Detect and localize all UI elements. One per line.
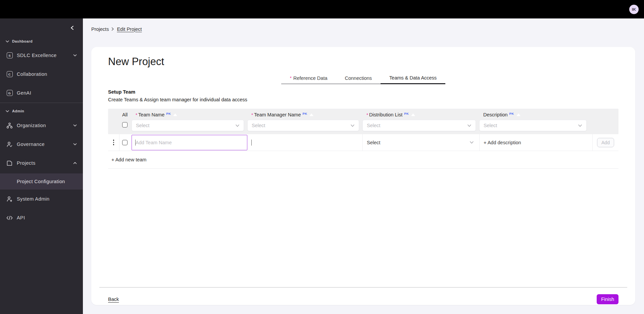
primary-key-badge: PK	[302, 112, 307, 115]
back-link[interactable]: Back	[108, 297, 119, 302]
page-title: New Project	[108, 55, 618, 68]
breadcrumb-projects-link[interactable]: Projects	[91, 27, 109, 32]
team-name-filter-select[interactable]: Select	[132, 120, 244, 131]
chevron-down-icon	[73, 143, 77, 146]
setup-team-subheading: Create Teams & Assign team manager for i…	[108, 97, 618, 102]
sort-ascending-icon[interactable]	[309, 113, 313, 116]
sidebar-section-label: Admin	[12, 109, 24, 113]
sidebar-item-label: Projects	[17, 160, 73, 166]
tab-connections[interactable]: Connections	[336, 75, 381, 84]
chevron-down-icon	[6, 40, 9, 43]
chevron-down-icon	[469, 141, 474, 144]
description-cell: + Add description	[479, 134, 593, 151]
description-filter-select[interactable]: Select	[479, 120, 587, 131]
tab-teams-data-access[interactable]: Teams & Data Access	[381, 75, 445, 84]
breadcrumb-separator-icon	[111, 27, 114, 31]
folder-icon	[6, 160, 13, 166]
primary-key-badge: PK	[509, 112, 514, 115]
add-description-link[interactable]: + Add description	[480, 140, 521, 145]
org-chart-icon	[6, 122, 13, 129]
sidebar-section-admin[interactable]: Admin	[0, 109, 83, 113]
sidebar-item-label: Collaboration	[17, 71, 77, 77]
sidebar-item-label: Governance	[17, 142, 73, 147]
select-all-checkbox[interactable]	[122, 122, 128, 127]
sidebar-item-governance[interactable]: Governance	[0, 135, 83, 154]
top-bar: IK	[0, 0, 644, 18]
sort-ascending-icon[interactable]	[411, 113, 415, 116]
user-gear-icon	[6, 196, 13, 202]
column-header-distribution-list: * Distribution List PK	[362, 111, 479, 119]
add-button[interactable]: Add	[597, 138, 614, 147]
kebab-menu-icon	[113, 140, 114, 145]
finish-button[interactable]: Finish	[597, 294, 618, 304]
chevron-down-icon	[350, 124, 355, 127]
sidebar-item-organization[interactable]: Organization	[0, 116, 83, 135]
sidebar-divider	[0, 103, 83, 103]
required-marker: *	[290, 75, 292, 81]
chevron-down-icon	[73, 124, 77, 127]
chevron-down-icon	[235, 124, 240, 127]
team-row: Add Team Name Select	[108, 134, 618, 151]
sidebar-item-system-admin[interactable]: System Admin	[0, 190, 83, 208]
distribution-list-select[interactable]: Select	[363, 140, 479, 145]
sidebar-item-label: Project Configuration	[17, 179, 65, 184]
sidebar-item-projects[interactable]: Projects	[0, 154, 83, 172]
code-icon	[6, 215, 13, 221]
team-name-placeholder: Add Team Name	[136, 140, 172, 145]
sidebar-item-sdlc-excellence[interactable]: S SDLC Excellence	[0, 46, 83, 65]
sort-ascending-icon[interactable]	[516, 113, 521, 116]
sdlc-badge-icon: S	[6, 52, 13, 59]
team-manager-filter-select[interactable]: Select	[247, 120, 359, 131]
column-header-team-manager-name: * Team Manager Name PK	[247, 111, 362, 119]
column-header-team-name: * Team Name PK	[132, 111, 247, 119]
sidebar-item-genai[interactable]: G GenAI	[0, 84, 83, 102]
sidebar-item-label: System Admin	[17, 196, 77, 202]
primary-key-badge: PK	[166, 112, 171, 115]
sidebar-section-label: Dashboard	[12, 39, 33, 43]
required-marker: *	[366, 112, 368, 117]
add-new-team-link[interactable]: + Add new team	[111, 157, 146, 162]
sort-ascending-icon[interactable]	[173, 113, 177, 116]
tab-label: Reference Data	[293, 75, 328, 81]
required-marker: *	[136, 112, 137, 117]
wizard-tabs: * Reference Data Connections Teams & Dat…	[281, 75, 445, 84]
distribution-list-filter-select[interactable]: Select	[362, 120, 476, 131]
row-checkbox[interactable]	[122, 140, 128, 145]
setup-team-heading: Setup Team	[108, 89, 618, 95]
team-name-input[interactable]: Add Team Name	[132, 135, 247, 150]
card-footer: Back Finish	[108, 287, 618, 305]
primary-key-badge: PK	[404, 112, 409, 115]
chevron-down-icon	[467, 124, 472, 127]
sidebar-item-collaboration[interactable]: C Collaboration	[0, 65, 83, 84]
chevron-down-icon	[578, 124, 582, 127]
main-content: Projects Edit Project New Project * Refe…	[83, 18, 644, 314]
text-cursor	[251, 140, 252, 146]
new-project-card: New Project * Reference Data Connections…	[91, 47, 635, 305]
sidebar: Dashboard S SDLC Excellence C Collaborat…	[0, 18, 83, 314]
sidebar-section-dashboard[interactable]: Dashboard	[0, 39, 83, 43]
chevron-down-icon	[6, 110, 9, 112]
genai-badge-icon: G	[6, 90, 13, 96]
sidebar-collapse-button[interactable]	[68, 24, 76, 32]
user-check-icon	[6, 141, 13, 148]
add-new-team-row: + Add new team	[108, 151, 618, 169]
tab-label: Teams & Data Access	[389, 75, 437, 81]
sidebar-item-label: Organization	[17, 123, 73, 128]
teams-table-header: All * Team Name PK Select	[108, 109, 618, 134]
row-menu-button[interactable]	[108, 134, 119, 151]
team-manager-input-cell[interactable]	[247, 134, 362, 151]
column-header-description: Description PK	[479, 111, 593, 119]
breadcrumb-edit-project[interactable]: Edit Project	[117, 27, 142, 32]
chevron-down-icon	[73, 54, 77, 57]
distribution-list-cell: Select	[362, 134, 479, 151]
chevron-left-icon	[70, 25, 74, 30]
tab-reference-data[interactable]: * Reference Data	[281, 75, 336, 84]
user-avatar[interactable]: IK	[629, 5, 639, 14]
collaboration-badge-icon: C	[6, 71, 13, 77]
sidebar-item-label: API	[17, 215, 77, 220]
chevron-up-icon	[73, 162, 77, 164]
select-all-label: All	[122, 111, 132, 119]
sidebar-item-project-configuration[interactable]: Project Configuration	[0, 173, 83, 190]
sidebar-item-api[interactable]: API	[0, 208, 83, 227]
sidebar-item-label: SDLC Excellence	[17, 53, 73, 58]
